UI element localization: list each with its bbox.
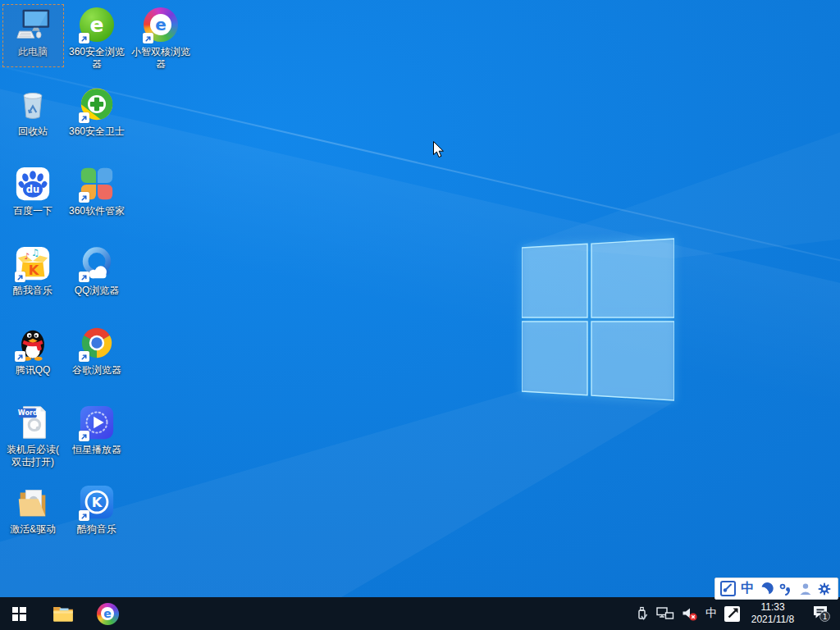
kugou-music-icon: K <box>78 483 116 521</box>
desktop-icon-hengxing-player[interactable]: 恒星播放器 <box>65 402 129 482</box>
clock-date: 2021/11/8 <box>747 614 798 626</box>
desktop-icon-360-software-manager[interactable]: 360软件管家 <box>65 163 129 243</box>
shortcut-arrow-icon <box>79 112 89 123</box>
activation-drivers-folder-icon <box>14 483 52 521</box>
system-tray: 中 11:33 2021/11/8 1 <box>635 597 840 630</box>
desktop-icon-label: 酷狗音乐 <box>77 523 116 536</box>
desktop-icon-recycle-bin[interactable]: 回收站 <box>1 84 65 163</box>
svg-text:du: du <box>26 184 39 195</box>
desktop-icon-label: 装机后必读( 双击打开) <box>7 444 59 468</box>
browser-e-icon: e <box>97 603 119 625</box>
desktop-icon-baidu[interactable]: du 百度一下 <box>1 163 65 243</box>
desktop-icon-this-pc[interactable]: 此电脑 <box>1 4 65 84</box>
shortcut-arrow-icon <box>79 192 89 203</box>
ime-skin-person-icon[interactable] <box>797 580 814 598</box>
mouse-cursor <box>433 141 445 158</box>
desktop-icon-label: 百度一下 <box>13 205 52 217</box>
desktop-icon-kuwo-music[interactable]: ♪ ♫ K 酷我音乐 <box>1 243 65 322</box>
desktop-icon-label: 谷歌浏览器 <box>72 364 121 377</box>
desktop-icon-label: 360软件管家 <box>69 205 125 217</box>
desktop-icon-label: QQ浏览器 <box>75 285 120 297</box>
recycle-bin-icon <box>14 85 52 123</box>
desktop-icon-readme-doc[interactable]: Word 装机后必读( 双击打开) <box>1 402 65 482</box>
start-button[interactable] <box>0 597 38 630</box>
tencent-qq-icon <box>14 324 52 362</box>
shortcut-arrow-icon <box>79 431 89 441</box>
ime-settings-gear-icon[interactable] <box>816 580 833 598</box>
taskbar-clock[interactable]: 11:33 2021/11/8 <box>747 601 798 626</box>
desktop-icon-label: 360安全浏览 器 <box>69 46 125 71</box>
baidu-icon: du <box>14 165 52 203</box>
shortcut-arrow-icon <box>15 272 25 282</box>
google-chrome-icon <box>78 324 116 362</box>
xiaozhi-browser-icon: e <box>142 6 180 43</box>
desktop-icon-label: 腾讯QQ <box>16 364 51 377</box>
ime-chinese-mode-button[interactable]: 中 <box>739 580 756 598</box>
file-explorer-button[interactable] <box>44 597 82 630</box>
volume-muted-icon[interactable] <box>682 606 698 622</box>
windows-logo <box>522 237 674 401</box>
notification-icon: 1 <box>811 605 831 623</box>
desktop-icon-grid: 此电脑 回收站 <box>1 4 193 561</box>
usb-device-icon[interactable] <box>635 606 649 622</box>
desktop-icon-360-safeguard[interactable]: 360安全卫士 <box>65 84 129 163</box>
desktop-icon-qq-browser[interactable]: QQ浏览器 <box>65 243 129 322</box>
readme-doc-icon: Word <box>14 404 52 441</box>
notification-badge: 1 <box>823 613 828 621</box>
ime-logo-icon[interactable] <box>720 580 737 598</box>
shortcut-arrow-icon <box>79 510 89 521</box>
desktop-icon-label: 恒星播放器 <box>72 444 121 456</box>
desktop-icon-label: 回收站 <box>18 126 48 138</box>
taskbar: e <box>0 597 840 630</box>
ime-half-moon-icon[interactable] <box>759 580 775 598</box>
shortcut-arrow-icon <box>79 272 89 282</box>
desktop-icon-label: 酷我音乐 <box>13 285 52 297</box>
desktop-icon-google-chrome[interactable]: 谷歌浏览器 <box>65 322 129 402</box>
desktop-icon-label: 激活&驱动 <box>10 523 56 536</box>
shortcut-arrow-icon <box>15 351 25 362</box>
svg-text:Word: Word <box>18 409 38 417</box>
svg-text:♫: ♫ <box>31 247 39 258</box>
desktop-icon-label: 此电脑 <box>18 46 48 58</box>
360-secure-browser-icon: e <box>78 6 116 43</box>
desktop-icon-label: 小智双核浏览 器 <box>131 46 190 71</box>
360-safeguard-icon <box>78 85 116 123</box>
file-explorer-icon <box>52 604 74 623</box>
browser-button[interactable]: e <box>89 597 126 630</box>
tray-360-icon[interactable] <box>724 606 740 622</box>
shortcut-arrow-icon <box>79 351 89 362</box>
clock-time: 11:33 <box>747 601 798 614</box>
svg-text:K: K <box>92 495 103 510</box>
desktop-icon-xiaozhi-browser[interactable]: e 小智双核浏览 器 <box>129 4 193 84</box>
ime-status-bar: 中 <box>714 578 838 600</box>
this-pc-icon <box>14 6 52 43</box>
hengxing-player-icon <box>78 404 116 441</box>
desktop-icon-360-secure-browser[interactable]: e 360安全浏览 器 <box>65 4 129 84</box>
network-icon[interactable] <box>656 606 674 621</box>
desktop-icon-activation-drivers[interactable]: 激活&驱动 <box>1 482 65 561</box>
notification-center-button[interactable]: 1 <box>809 601 833 626</box>
kuwo-music-icon: ♪ ♫ K <box>14 244 52 282</box>
shortcut-arrow-icon <box>79 33 89 43</box>
ime-punctuation-icon[interactable] <box>778 580 794 598</box>
desktop-icon-label: 360安全卫士 <box>69 126 125 138</box>
qq-browser-icon <box>78 244 116 282</box>
360-software-manager-icon <box>78 165 116 203</box>
svg-text:♪: ♪ <box>24 251 30 261</box>
windows-start-icon <box>12 607 26 621</box>
desktop-icon-kugou-music[interactable]: K 酷狗音乐 <box>65 482 129 561</box>
desktop-icon-tencent-qq[interactable]: 腾讯QQ <box>1 322 65 402</box>
svg-text:K: K <box>29 262 40 278</box>
desktop: 此电脑 回收站 <box>0 0 840 630</box>
tray-ime-language-indicator[interactable]: 中 <box>705 606 717 621</box>
